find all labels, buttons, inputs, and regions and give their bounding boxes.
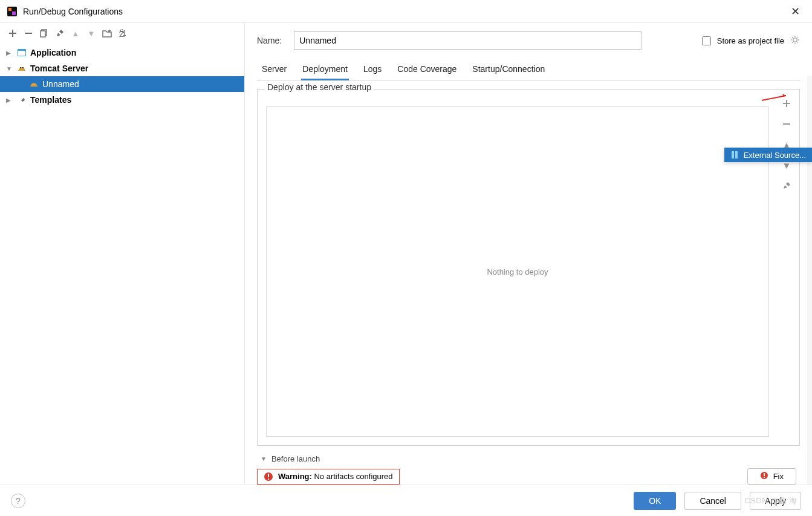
before-launch-label: Before launch bbox=[271, 454, 320, 463]
external-source-menu-item[interactable]: External Source... bbox=[724, 148, 812, 162]
warning-text: Warning: No artifacts configured bbox=[278, 472, 393, 481]
chevron-right-icon: ▶ bbox=[6, 97, 13, 103]
svg-rect-13 bbox=[268, 474, 269, 477]
wrench-icon bbox=[17, 96, 27, 104]
config-tabs: Server Deployment Logs Code Coverage Sta… bbox=[257, 60, 800, 80]
chevron-down-icon: ▼ bbox=[6, 65, 13, 72]
window-title: Run/Debug Configurations bbox=[23, 7, 786, 16]
tree-item-unnamed[interactable]: Unnamed bbox=[0, 76, 244, 92]
right-panel: Name: Store as project file Server Deplo… bbox=[245, 23, 812, 485]
gear-icon[interactable] bbox=[790, 35, 800, 47]
deploy-side-toolbar: ▲ ▼ bbox=[780, 97, 793, 192]
svg-rect-8 bbox=[18, 51, 25, 56]
deploy-empty-text: Nothing to deploy bbox=[487, 267, 548, 276]
title-bar: Run/Debug Configurations ✕ bbox=[0, 0, 812, 23]
app-icon bbox=[7, 7, 17, 16]
store-as-project-label: Store as project file bbox=[717, 36, 784, 45]
warning-icon bbox=[264, 472, 273, 482]
warning-box: Warning: No artifacts configured bbox=[257, 469, 400, 485]
deploy-remove-icon[interactable] bbox=[780, 117, 793, 131]
svg-rect-1 bbox=[8, 8, 11, 11]
ok-button[interactable]: OK bbox=[634, 492, 676, 510]
tab-server[interactable]: Server bbox=[261, 60, 288, 80]
chevron-right-icon: ▶ bbox=[6, 50, 13, 56]
fix-button-label: Fix bbox=[773, 472, 784, 481]
help-icon[interactable]: ? bbox=[11, 494, 25, 508]
config-toolbar: ▲ ▼ AZ bbox=[0, 23, 244, 44]
add-config-icon[interactable] bbox=[6, 27, 19, 40]
svg-rect-16 bbox=[764, 473, 765, 476]
folder-config-icon[interactable] bbox=[100, 27, 114, 40]
name-row: Name: Store as project file bbox=[257, 31, 800, 50]
move-down-icon[interactable]: ▼ bbox=[85, 27, 98, 40]
tab-deployment[interactable]: Deployment bbox=[301, 60, 349, 80]
tab-logs[interactable]: Logs bbox=[362, 60, 383, 80]
name-input[interactable] bbox=[294, 31, 641, 50]
config-tree: ▶ Application ▼ Tomcat Server Unnamed ▶ … bbox=[0, 44, 244, 485]
deploy-drop-area[interactable]: Nothing to deploy bbox=[266, 106, 769, 437]
cancel-button[interactable]: Cancel bbox=[684, 492, 741, 510]
deploy-add-icon[interactable] bbox=[780, 97, 793, 110]
deploy-fieldset: Deploy at the server startup Nothing to … bbox=[257, 89, 800, 446]
tomcat-icon bbox=[29, 80, 39, 88]
svg-rect-19 bbox=[735, 151, 738, 158]
store-as-project-checkbox[interactable] bbox=[702, 36, 711, 45]
application-icon bbox=[17, 49, 27, 56]
tree-item-application[interactable]: ▶ Application bbox=[0, 45, 244, 60]
vertical-scrollbar[interactable] bbox=[807, 76, 812, 485]
svg-rect-18 bbox=[732, 151, 734, 158]
remove-config-icon[interactable] bbox=[22, 27, 35, 40]
svg-point-10 bbox=[22, 67, 24, 68]
svg-rect-17 bbox=[764, 477, 765, 478]
tree-item-label: Tomcat Server bbox=[30, 64, 88, 73]
tomcat-icon bbox=[17, 65, 27, 72]
tree-item-tomcat[interactable]: ▼ Tomcat Server bbox=[0, 60, 244, 76]
close-icon[interactable]: ✕ bbox=[786, 5, 805, 18]
copy-config-icon[interactable] bbox=[37, 27, 51, 40]
fix-icon bbox=[760, 471, 768, 482]
svg-rect-2 bbox=[12, 11, 16, 15]
svg-rect-14 bbox=[268, 478, 269, 480]
left-panel: ▲ ▼ AZ ▶ Application ▼ Tomcat Server Unn… bbox=[0, 23, 245, 485]
edit-templates-icon[interactable] bbox=[53, 27, 67, 40]
tab-startup-connection[interactable]: Startup/Connection bbox=[471, 60, 546, 80]
svg-point-9 bbox=[20, 67, 21, 68]
svg-text:Z: Z bbox=[119, 30, 124, 38]
tab-code-coverage[interactable]: Code Coverage bbox=[396, 60, 458, 80]
tree-item-label: Application bbox=[30, 48, 76, 57]
move-up-icon[interactable]: ▲ bbox=[69, 27, 82, 40]
tree-item-label: Unnamed bbox=[42, 79, 79, 89]
sort-alpha-icon[interactable]: AZ bbox=[116, 27, 129, 40]
tree-item-label: Templates bbox=[30, 95, 71, 105]
tree-item-templates[interactable]: ▶ Templates bbox=[0, 92, 244, 108]
chevron-down-icon: ▼ bbox=[261, 456, 267, 462]
deploy-edit-icon[interactable] bbox=[780, 179, 793, 192]
svg-point-11 bbox=[793, 38, 797, 41]
fix-button[interactable]: Fix bbox=[747, 468, 796, 485]
name-label: Name: bbox=[257, 36, 282, 45]
before-launch-section[interactable]: ▼ Before launch bbox=[257, 446, 800, 467]
external-source-label: External Source... bbox=[744, 151, 806, 160]
apply-button[interactable]: Apply bbox=[750, 492, 801, 510]
deploy-legend: Deploy at the server startup bbox=[265, 82, 374, 92]
external-source-icon bbox=[730, 151, 739, 159]
svg-rect-4 bbox=[41, 31, 45, 37]
dialog-footer: ? OK Cancel Apply bbox=[0, 485, 812, 516]
